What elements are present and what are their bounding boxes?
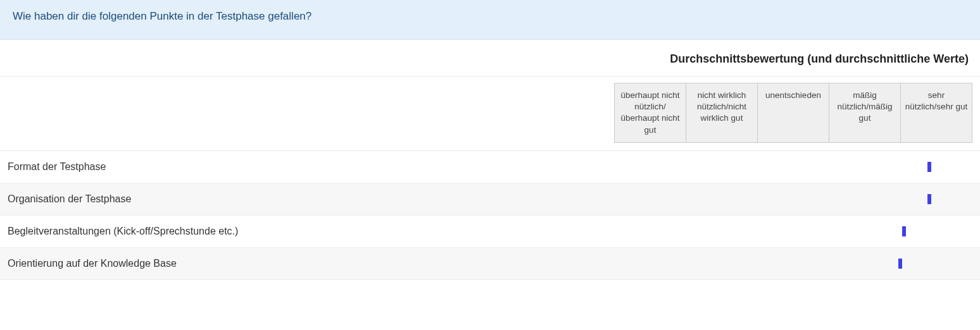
rating-marker: [927, 162, 931, 172]
rating-track: [612, 258, 972, 269]
scale-header-cells: überhaupt nicht nützlich/ überhaupt nich…: [614, 83, 972, 143]
rating-row: Orientierung auf der Knowledge Base: [0, 248, 980, 280]
scale-cell-2: nicht wirklich nützlich/nicht wirklich g…: [686, 83, 758, 143]
rating-row-label: Begleitveranstaltungen (Kick-off/Sprechs…: [8, 226, 612, 237]
subtitle-text: Durchschnittsbewertung (und durchschnitt…: [670, 52, 969, 65]
rating-row: Format der Testphase: [0, 151, 980, 183]
subtitle-bar: Durchschnittsbewertung (und durchschnitt…: [0, 40, 980, 76]
rating-track: [612, 161, 972, 173]
question-header: Wie haben dir die folgenden Punkte in de…: [0, 0, 980, 40]
rating-marker: [927, 194, 931, 204]
rating-row: Begleitveranstaltungen (Kick-off/Sprechs…: [0, 216, 980, 248]
rating-row-label: Format der Testphase: [8, 161, 612, 173]
rating-marker: [898, 259, 902, 269]
rating-row-label: Organisation der Testphase: [8, 193, 612, 205]
scale-cell-3: unentschieden: [757, 83, 829, 143]
scale-cell-5: sehr nützlich/sehr gut: [900, 83, 972, 143]
scale-header-spacer: [8, 83, 614, 143]
rating-row: Organisation der Testphase: [0, 183, 980, 216]
rating-row-label: Orientierung auf der Knowledge Base: [8, 258, 612, 269]
scale-header-row: überhaupt nicht nützlich/ überhaupt nich…: [0, 83, 980, 151]
question-title: Wie haben dir die folgenden Punkte in de…: [13, 10, 967, 23]
rating-grid: überhaupt nicht nützlich/ überhaupt nich…: [0, 76, 980, 280]
rating-marker: [902, 226, 906, 236]
scale-cell-4: mäßig nützlich/mäßig gut: [829, 83, 901, 143]
rating-rows: Format der TestphaseOrganisation der Tes…: [0, 151, 980, 280]
rating-track: [612, 193, 972, 205]
scale-cell-1: überhaupt nicht nützlich/ überhaupt nich…: [614, 83, 686, 143]
rating-track: [612, 226, 972, 237]
